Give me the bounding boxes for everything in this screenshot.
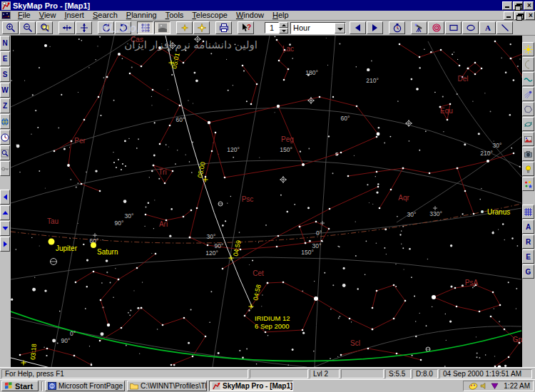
star [183, 62, 185, 64]
restore-button[interactable] [513, 1, 523, 10]
star [130, 310, 131, 311]
fainter-stars-button[interactable] [176, 21, 193, 34]
step-back-button[interactable] [350, 21, 366, 34]
time-unit-select[interactable]: Hour [290, 22, 346, 34]
minor-planet-button[interactable] [522, 102, 534, 116]
step-forward-button[interactable] [367, 21, 383, 34]
task-skymap[interactable]: SkyMap Pro - [Map1] [209, 381, 293, 391]
image-button[interactable] [522, 132, 534, 146]
star [157, 329, 158, 330]
child-close-button[interactable]: × [525, 11, 535, 20]
label-e-button[interactable]: E [522, 249, 534, 264]
child-restore-button[interactable] [514, 11, 524, 20]
star [138, 43, 140, 45]
star [259, 158, 260, 158]
label-g-button[interactable]: G [522, 264, 534, 279]
menu-tools[interactable]: Tools [161, 11, 188, 20]
star [145, 214, 147, 216]
telescope-button[interactable] [411, 21, 427, 34]
zoom-area-button[interactable] [36, 21, 53, 34]
compass-east-button[interactable]: E [0, 51, 10, 66]
menu-view[interactable]: View [35, 11, 61, 20]
draw-ellipse-button[interactable] [462, 21, 479, 34]
sun-button[interactable] [522, 42, 534, 56]
star [504, 329, 506, 331]
zoom-out-button[interactable] [19, 21, 36, 34]
magnify-button[interactable] [0, 145, 10, 160]
tray-volume-icon[interactable] [480, 382, 488, 390]
time-step-value-input[interactable]: 1 [265, 22, 279, 33]
time-step-spinner[interactable] [279, 22, 288, 33]
constellation-label: Tau [47, 217, 58, 225]
star [498, 229, 499, 229]
menu-help[interactable]: Help [268, 11, 293, 20]
star [347, 175, 350, 177]
star [185, 155, 186, 155]
menu-insert[interactable]: Insert [60, 11, 88, 20]
print-button[interactable] [215, 21, 232, 34]
target-button[interactable] [428, 21, 444, 34]
horizon-view-toggle[interactable] [154, 21, 170, 34]
draw-text-button[interactable]: A [479, 21, 496, 34]
camera-button[interactable] [522, 147, 534, 161]
close-button[interactable]: × [524, 1, 534, 10]
sky-map[interactable]: 05:0105:0004:5904:5803:18IRIDIUM 126 Sep… [11, 36, 522, 367]
star [154, 200, 155, 200]
taskbar-clock[interactable]: 1:22 AM [504, 382, 530, 390]
compass-west-button[interactable]: W [0, 83, 10, 98]
zoom-in-button[interactable] [2, 21, 19, 34]
label-r-button[interactable]: R [522, 234, 534, 249]
degree-label: 90° [61, 337, 71, 344]
galaxy-button[interactable] [522, 117, 534, 131]
menu-planning[interactable]: Planning [122, 11, 161, 20]
rotate-ccw-button[interactable] [98, 21, 114, 34]
child-minimize-button[interactable] [504, 11, 514, 20]
brighter-stars-button[interactable] [193, 21, 210, 34]
grid-button[interactable] [522, 205, 534, 219]
chevron-down-icon[interactable] [335, 23, 345, 33]
draw-line-button[interactable] [496, 21, 513, 34]
label-a-button[interactable]: A [522, 220, 534, 234]
start-button[interactable]: Start [1, 381, 39, 391]
minimize-button[interactable] [502, 1, 512, 10]
star [459, 65, 461, 67]
pan-horizontal-button[interactable] [58, 21, 75, 34]
scroll-left-button[interactable] [0, 190, 10, 205]
moon-button[interactable] [522, 57, 534, 71]
degree-label: 30° [312, 242, 322, 249]
title-bar[interactable]: SkyMap Pro - [Map1] × [0, 0, 535, 11]
scroll-right-button[interactable] [0, 237, 10, 252]
grid-view-toggle[interactable] [137, 21, 153, 34]
context-help-button[interactable]: ? [238, 21, 254, 34]
time-clock-button[interactable] [0, 130, 10, 145]
zenith-button[interactable]: Z [0, 98, 10, 113]
center-view-button[interactable] [76, 21, 92, 34]
rotate-cw-button[interactable] [115, 21, 131, 34]
star [324, 272, 325, 274]
document-icon[interactable] [1, 11, 11, 19]
start-label: Start [15, 382, 33, 391]
star [89, 346, 90, 346]
star [516, 245, 518, 247]
star [419, 56, 421, 58]
scroll-down-button[interactable] [0, 221, 10, 236]
wave-button[interactable] [522, 72, 534, 86]
menu-file[interactable]: File [14, 11, 35, 20]
tray-antivirus-icon[interactable] [490, 382, 499, 390]
key-button[interactable] [0, 161, 10, 176]
compass-north-button[interactable]: N [0, 36, 10, 51]
menu-search[interactable]: Search [88, 11, 122, 20]
task-folder[interactable]: C:\WINNT\Profiles\Thierr... [127, 381, 207, 391]
tray-paint-icon[interactable] [469, 382, 478, 391]
draw-rectangle-button[interactable] [445, 21, 462, 34]
comet-button[interactable] [522, 87, 534, 101]
menu-telescope[interactable]: Telescope [188, 11, 232, 20]
scroll-up-button[interactable] [0, 205, 10, 220]
location-globe-button[interactable] [0, 114, 10, 129]
realtime-clock-button[interactable] [389, 21, 405, 34]
star-cluster-button[interactable] [522, 177, 534, 191]
bulb-button[interactable] [522, 162, 534, 176]
compass-south-button[interactable]: S [0, 67, 10, 82]
menu-window[interactable]: Window [232, 11, 268, 20]
task-frontpage[interactable]: Microsoft FrontPage - C:\d... [45, 381, 125, 391]
